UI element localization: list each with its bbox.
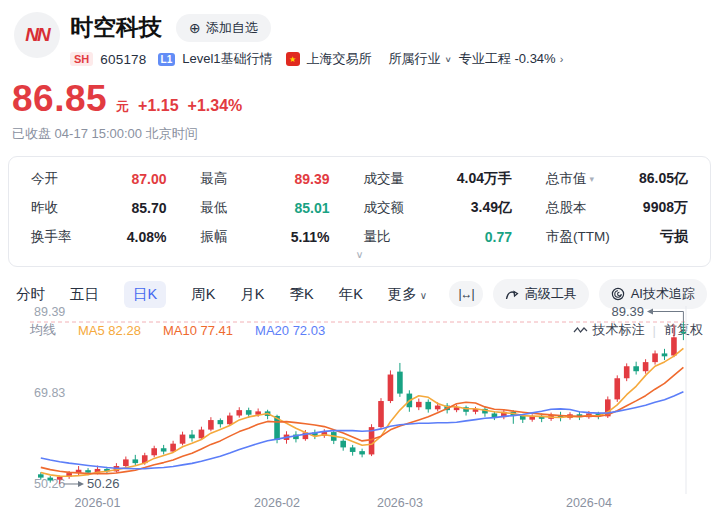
- market-badge: SH: [70, 52, 93, 66]
- stat-total-shares: 总股本 9908万: [546, 199, 688, 217]
- stat-prev-close: 昨收 85.70: [31, 199, 167, 217]
- svg-text:50.26: 50.26: [87, 476, 120, 491]
- svg-text:2026-04: 2026-04: [566, 496, 612, 510]
- stock-detail-page: NN 时空科技 ⊕ 添加自选 SH 605178 L1 Level1基础行情 ★…: [0, 0, 719, 515]
- market-cap-dropdown-icon[interactable]: ▾: [590, 174, 595, 184]
- stat-low: 最低 85.01: [201, 199, 330, 217]
- stat-turnover-amount: 成交额 3.49亿: [364, 199, 512, 217]
- stat-high: 最高 89.39: [201, 170, 330, 188]
- add-watchlist-button[interactable]: ⊕ 添加自选: [176, 14, 271, 42]
- candlestick-chart[interactable]: 89.3969.8350.262026-012026-022026-032026…: [0, 298, 719, 515]
- svg-text:69.83: 69.83: [34, 386, 65, 400]
- stat-amplitude: 振幅 5.11%: [201, 228, 330, 246]
- level-label: Level1基础行情: [182, 50, 272, 68]
- stat-volume-ratio: 量比 0.77: [364, 228, 512, 246]
- china-flag-icon: ★: [286, 52, 300, 66]
- current-price: 86.85: [12, 78, 107, 120]
- header: NN 时空科技 ⊕ 添加自选 SH 605178 L1 Level1基础行情 ★…: [0, 0, 719, 68]
- market-status: 已收盘 04-17 15:00:00 北京时间: [12, 125, 705, 143]
- industry-dropdown[interactable]: 所属行业 ∨: [389, 50, 452, 68]
- stock-name: 时空科技: [70, 12, 162, 43]
- exchange-label: 上海交易所: [307, 50, 372, 68]
- stat-pe-ttm: 市盈(TTM) 亏损: [546, 228, 688, 246]
- price-unit: 元: [116, 98, 129, 116]
- expand-stats-chevron-icon[interactable]: ∨: [31, 247, 688, 263]
- svg-text:2026-03: 2026-03: [377, 496, 423, 510]
- company-logo: NN: [14, 12, 60, 58]
- svg-text:89.39: 89.39: [34, 305, 65, 319]
- svg-text:2026-02: 2026-02: [254, 496, 300, 510]
- stat-volume: 成交量 4.04万手: [364, 170, 512, 188]
- chevron-down-icon: ∨: [445, 55, 452, 64]
- stats-panel: 今开 87.00 最高 89.39 成交量 4.04万手 总市值 ▾ 86.05…: [8, 156, 711, 267]
- circle-plus-icon: ⊕: [189, 21, 201, 35]
- svg-text:2026-01: 2026-01: [75, 496, 121, 510]
- stat-market-cap: 总市值 ▾ 86.05亿: [546, 170, 688, 188]
- chevron-right-icon: ›: [560, 53, 564, 65]
- stock-code: 605178: [100, 52, 146, 67]
- svg-text:89.39: 89.39: [611, 304, 644, 319]
- price-change: +1.15: [138, 97, 178, 115]
- quote-block: 86.85 元 +1.15 +1.34% 已收盘 04-17 15:00:00 …: [0, 68, 719, 143]
- price-change-percent: +1.34%: [188, 97, 243, 115]
- stat-turnover-rate: 换手率 4.08%: [31, 228, 167, 246]
- industry-link[interactable]: 专业工程 -0.34% ›: [459, 50, 563, 68]
- stat-open: 今开 87.00: [31, 170, 167, 188]
- level1-badge-icon: L1: [158, 53, 176, 66]
